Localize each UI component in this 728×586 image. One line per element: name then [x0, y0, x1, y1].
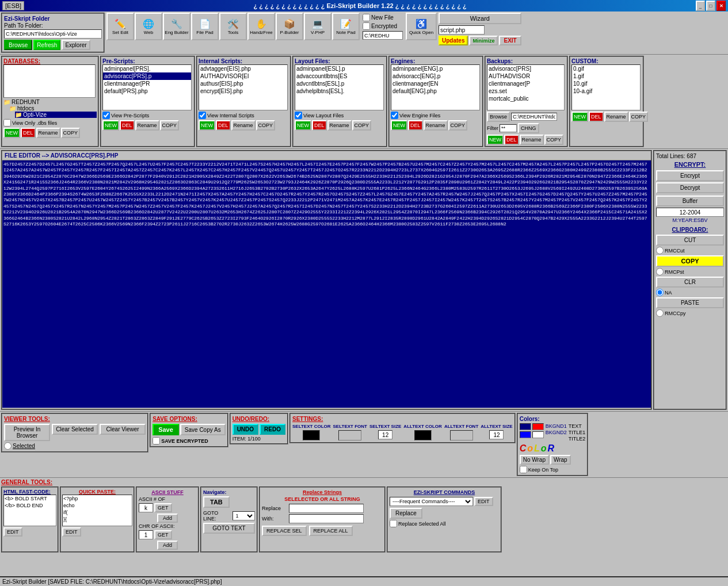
view-engines-checkbox[interactable] [391, 112, 398, 119]
custom-list[interactable]: 0.gif 1.gif 10.gif 10-a.gif [571, 64, 641, 110]
chng-btn[interactable]: CHNG [518, 123, 539, 133]
alltext-size-input[interactable] [489, 430, 504, 439]
view-only-dbs-checkbox[interactable] [3, 119, 11, 127]
replace-all-btn[interactable]: REPLACE ALL [309, 526, 353, 536]
na-radio[interactable] [656, 289, 664, 296]
pre-script-item-3[interactable]: clientmanager[PR [103, 80, 191, 87]
backups-path-input[interactable] [511, 113, 557, 121]
pre-rename-btn[interactable]: Rename [135, 120, 159, 131]
engine-item-4[interactable]: default[ENG].php [391, 87, 479, 95]
folder-path-input[interactable] [4, 29, 102, 39]
custom-new-btn[interactable]: NEW [571, 112, 588, 122]
layout-item-3[interactable]: advcntlbtns[ESL].p [295, 80, 383, 87]
eng-copy-btn[interactable]: COPY [448, 120, 468, 131]
preview-btn[interactable]: Preview In Browser [4, 424, 50, 441]
editor-textarea[interactable] [2, 160, 651, 408]
backup-item-2[interactable]: AUTHADVISOR [487, 72, 564, 80]
with-input[interactable] [289, 514, 364, 523]
custom-del-btn[interactable]: DEL [589, 112, 604, 122]
databases-list[interactable] [3, 64, 96, 98]
tools-tool-btn[interactable]: 🛠️ Tools [219, 13, 247, 40]
layout-new-btn[interactable]: NEW [295, 120, 311, 131]
ascii-add2-btn[interactable]: Add [157, 541, 178, 550]
replace-sel-btn[interactable]: REPLACE SEL [262, 526, 307, 536]
rmcpst-radio[interactable] [656, 268, 664, 275]
wrap-btn[interactable]: Wrap [550, 455, 571, 465]
pre-script-item-1[interactable]: adminpanel[PRS]. [103, 65, 191, 72]
set-edit-tool-btn[interactable]: ✏️ Set Edit [106, 13, 134, 40]
layout-item-4[interactable]: advhelplbtns[ESL]. [295, 87, 383, 95]
backup-item-5[interactable]: mortcalc_public [487, 95, 564, 102]
custom-item-4[interactable]: 10-a.gif [572, 87, 640, 95]
buffer-value-input[interactable] [656, 208, 724, 217]
int-del-btn[interactable]: DEL [216, 120, 231, 131]
seltext-size-input[interactable] [378, 430, 392, 439]
backup-item-4[interactable]: ezs.set [487, 87, 564, 95]
int-script-item-1[interactable]: advtaggen[EIS].php [199, 65, 287, 72]
db-rename-btn[interactable]: Rename [36, 128, 60, 138]
new-file-checkbox[interactable] [363, 14, 370, 21]
goto-line-select[interactable]: 1 [232, 511, 255, 520]
view-layout-files-checkbox[interactable] [295, 112, 302, 119]
replace-selected-checkbox[interactable] [390, 520, 397, 527]
engine-item-2[interactable]: advisoracc[ENG].p [391, 72, 479, 80]
undo-btn[interactable]: UNDO [232, 424, 258, 435]
custom-copy-btn[interactable]: COPY [629, 112, 649, 122]
browse-btn[interactable]: Browse [4, 40, 32, 50]
bkgnd1-swatch[interactable] [520, 423, 531, 430]
backup-item-3[interactable]: clientmanager[P [487, 80, 564, 87]
keep-on-top-checkbox[interactable] [520, 466, 527, 473]
seltext-color-swatch[interactable] [303, 430, 320, 441]
save-btn[interactable]: Save [153, 424, 179, 435]
eng-rename-btn[interactable]: Rename [424, 120, 448, 131]
qp-item-1[interactable]: <?php [63, 495, 132, 502]
custom-rename-btn[interactable]: Rename [604, 112, 628, 122]
exit-btn[interactable]: EXIT [499, 36, 521, 45]
alltext-font-select[interactable] [450, 430, 473, 441]
redo-btn[interactable]: REDO [260, 424, 285, 435]
replace-input[interactable] [289, 504, 364, 513]
note-pad-tool-btn[interactable]: 📝 Note Pad [332, 13, 360, 40]
encrypt-btn[interactable]: Encrypt [656, 170, 724, 181]
eng-builder-tool-btn[interactable]: 🔧 Eng Builder [163, 13, 190, 40]
minimize-btn[interactable]: Minimize [469, 36, 498, 45]
int-new-btn[interactable]: NEW [199, 120, 215, 131]
html-item-1[interactable]: <b> BOLD START [4, 495, 56, 502]
custom-item-1[interactable]: 0.gif [572, 65, 640, 72]
backups-browse-btn[interactable]: Browse [487, 112, 510, 122]
eng-del-btn[interactable]: DEL [408, 120, 423, 131]
engine-item-3[interactable]: clientmanager[EN [391, 80, 479, 87]
updates-btn[interactable]: Updates [439, 36, 468, 45]
db-new-btn[interactable]: NEW [3, 128, 20, 138]
qp-item-3[interactable]: if( [63, 509, 132, 516]
quick-open-tool-btn[interactable]: ♿ Quick Open [406, 13, 437, 40]
close-window-btn[interactable]: ✕ [716, 1, 726, 11]
ezi-commands-select[interactable]: ----Frequent Commands---- [390, 497, 473, 506]
int-script-item-4[interactable]: encrypt[EIS].php [199, 87, 287, 95]
ascii-add1-btn[interactable]: Add [157, 514, 178, 523]
view-pre-scripts-checkbox[interactable] [102, 112, 110, 119]
backup-new-btn[interactable]: NEW [487, 135, 504, 145]
bkgnd2-swatch[interactable] [520, 431, 531, 438]
custom-item-2[interactable]: 1.gif [572, 72, 640, 80]
db-del-btn[interactable]: DEL [21, 128, 36, 138]
seltext-font-select[interactable] [338, 430, 361, 441]
handz-free-tool-btn[interactable]: ✋ HandzFree [247, 13, 275, 40]
tab-btn[interactable]: TAB [203, 496, 230, 508]
qp-edit-btn[interactable]: EDIT [62, 527, 81, 537]
layout-item-2[interactable]: advaccountlbtns[ES [295, 72, 383, 80]
alltext-color-swatch[interactable] [414, 430, 432, 441]
ascii-char-input[interactable] [139, 503, 153, 512]
qp-item-2[interactable]: echo [63, 502, 132, 509]
filter-input[interactable] [500, 124, 517, 132]
layout-del-btn[interactable]: DEL [312, 120, 327, 131]
selected-radio[interactable] [4, 442, 12, 450]
clear-selected-btn[interactable]: Clear Selected [52, 424, 98, 435]
clear-viewer-btn[interactable]: Clear Viewer [100, 424, 146, 435]
backup-rename-btn[interactable]: Rename [520, 135, 544, 145]
db-tree-htdocs[interactable]: 📁htdocs [9, 105, 97, 112]
pre-script-item-2[interactable]: advisoracc[PRS].p [103, 72, 191, 80]
view-internal-scripts-checkbox[interactable] [199, 112, 206, 119]
bkgnd2-right-swatch[interactable] [532, 423, 544, 430]
buffer-btn[interactable]: Buffer [656, 196, 724, 206]
